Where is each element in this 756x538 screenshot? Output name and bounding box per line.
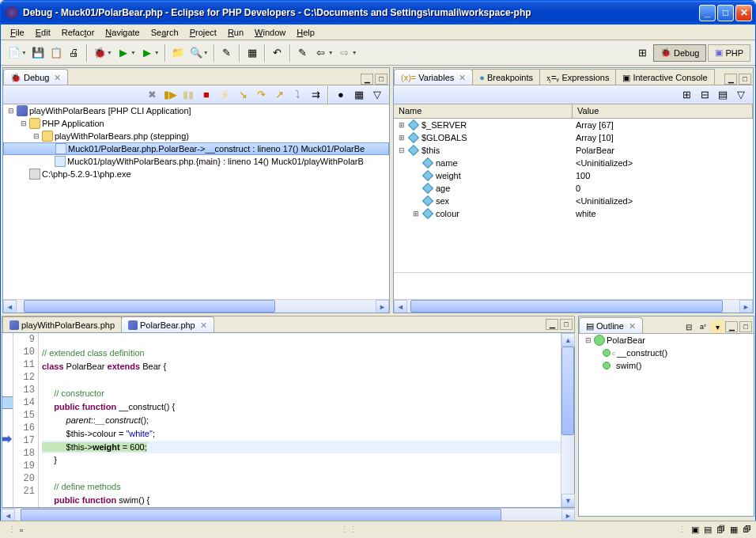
menu-window[interactable]: Window	[250, 26, 290, 39]
close-icon[interactable]: ✕	[459, 73, 466, 83]
close-icon[interactable]: ✕	[200, 320, 207, 331]
sort-button[interactable]: ⊟	[682, 320, 695, 333]
last-edit-button[interactable]: ✎	[294, 44, 312, 62]
minimize-editor-button[interactable]: ▁	[546, 319, 558, 330]
launch-node[interactable]: playWithPolarBears [PHP CLI Application]	[29, 106, 191, 116]
target-node[interactable]: PHP Application	[42, 119, 104, 128]
tab-breakpoints[interactable]: ●Breakpoints	[472, 69, 540, 85]
close-button[interactable]: ✕	[735, 5, 752, 21]
view-menu-button[interactable]: ▽	[369, 86, 386, 104]
twisty-icon[interactable]	[411, 172, 420, 180]
process-node[interactable]: C:\php-5.2.9-1\php.exe	[42, 169, 131, 179]
marker-column[interactable]	[2, 333, 13, 507]
twisty-icon[interactable]: ⊞	[411, 210, 420, 218]
mark-button[interactable]: ✎	[218, 44, 236, 62]
vars-hscroll[interactable]: ◄►	[394, 299, 753, 313]
menu-edit[interactable]: Edit	[31, 26, 55, 39]
back-button[interactable]: ⇦	[312, 44, 330, 62]
minimize-view-button[interactable]: ▁	[361, 74, 373, 85]
thread-node[interactable]: playWithPolarBears.php (stepping)	[55, 131, 189, 141]
stack-frame-1[interactable]: Muck01/playWithPolarBears.php.{main} : l…	[67, 157, 364, 166]
view-menu-button[interactable]: ▽	[732, 86, 750, 104]
var-row[interactable]: ⊞$_SERVERArray [67]	[394, 119, 753, 131]
var-row[interactable]: ⊟$thisPolarBear	[394, 144, 753, 157]
twisty-icon[interactable]: ⊞	[397, 121, 406, 129]
alpha-button[interactable]: aᶻ	[697, 320, 709, 333]
collapse-button[interactable]: ⊟	[696, 86, 713, 104]
prev-edit-button[interactable]: ↶	[269, 44, 286, 62]
save-button[interactable]: 💾	[29, 44, 47, 62]
search-button[interactable]: 🔍	[187, 44, 205, 62]
layout-button[interactable]: ▤	[714, 86, 731, 104]
step-into-button[interactable]: ↘	[234, 86, 251, 104]
status-icon-2[interactable]: ▤	[704, 525, 712, 535]
minimize-button[interactable]: _	[699, 5, 716, 21]
var-row[interactable]: name<Uninitialized>	[394, 157, 753, 169]
var-row[interactable]: sex<Uninitialized>	[394, 195, 753, 207]
editor-vscroll[interactable]: ▲▼	[561, 333, 574, 507]
debug-hscroll[interactable]: ◄►	[3, 299, 389, 313]
close-icon[interactable]: ✕	[629, 321, 636, 332]
twisty-icon[interactable]	[411, 159, 420, 167]
status-icon-5[interactable]: 🗊	[743, 525, 751, 535]
menu-search[interactable]: Search	[146, 26, 183, 39]
disconnect-button[interactable]: ⚡	[216, 86, 233, 104]
resume-button[interactable]: ▮▶	[161, 86, 179, 104]
toggle-breadcrumb-button[interactable]: ▦	[244, 44, 261, 62]
new-button[interactable]: 📄	[6, 44, 23, 62]
vars-tree[interactable]: ⊞$_SERVERArray [67]⊞$GLOBALSArray [10]⊟$…	[394, 119, 753, 272]
tab-expressions[interactable]: ᶍ=ᵧExpressions	[539, 69, 616, 85]
maximize-editor-button[interactable]: □	[560, 319, 573, 330]
tab-debug[interactable]: 🐞Debug✕	[3, 69, 68, 85]
tab-console[interactable]: ▣Interactive Console	[615, 69, 714, 85]
var-row[interactable]: ⊞colourwhite	[394, 207, 753, 220]
tab-variables[interactable]: (x)=Variables✕	[394, 69, 473, 85]
status-icon-1[interactable]: ▣	[691, 525, 699, 535]
var-row[interactable]: age0	[394, 182, 753, 195]
menu-navigate[interactable]: Navigate	[100, 26, 144, 39]
code-editor[interactable]: // extended class definition class Polar…	[39, 333, 561, 507]
minimize-view-button[interactable]: ▁	[724, 74, 737, 85]
filter-button[interactable]: ▾	[711, 320, 724, 333]
step-return-button[interactable]: ↗	[270, 86, 288, 104]
step-filters-button[interactable]: ⇉	[307, 86, 324, 104]
twisty-icon[interactable]	[411, 197, 420, 205]
show-type-button[interactable]: ⊞	[678, 86, 695, 104]
print-button[interactable]: 🖨	[66, 44, 83, 62]
twisty-icon[interactable]: ⊟	[397, 146, 406, 154]
maximize-view-button[interactable]: □	[739, 321, 752, 332]
breakpoint-icon-button[interactable]: ●	[332, 86, 350, 104]
col-value[interactable]: Value	[573, 104, 753, 118]
suspend-button[interactable]: ▮▮	[180, 86, 197, 104]
status-icon-3[interactable]: 🗐	[716, 525, 725, 535]
debug-button[interactable]: 🐞	[91, 44, 108, 62]
terminate-button[interactable]: ■	[198, 86, 215, 104]
close-icon[interactable]: ✕	[54, 73, 61, 83]
menu-project[interactable]: Project	[185, 26, 221, 39]
menu-run[interactable]: Run	[223, 26, 248, 39]
menu-help[interactable]: Help	[292, 26, 319, 39]
var-row[interactable]: weight100	[394, 169, 753, 182]
menu-file[interactable]: File	[6, 26, 29, 39]
maximize-button[interactable]: □	[717, 5, 734, 21]
run-button[interactable]: ▶	[115, 44, 132, 62]
maximize-view-button[interactable]: □	[375, 74, 387, 85]
perspective-php[interactable]: ▣PHP	[708, 44, 750, 62]
outline-tree[interactable]: ⊟PolarBear c__construct() swim()	[579, 334, 754, 516]
col-name[interactable]: Name	[394, 104, 573, 118]
stack-frame-0[interactable]: Muck01/PolarBear.php.PolarBear->__constr…	[68, 144, 365, 153]
editor-tab-0[interactable]: playWithPolarBears.php	[2, 316, 122, 332]
maximize-view-button[interactable]: □	[739, 74, 751, 85]
status-icon-4[interactable]: ▦	[730, 525, 738, 535]
var-row[interactable]: ⊞$GLOBALSArray [10]	[394, 131, 753, 144]
step-over-button[interactable]: ↷	[252, 86, 270, 104]
run-last-button[interactable]: ▶	[138, 44, 156, 62]
outline-class[interactable]: PolarBear	[607, 335, 645, 345]
debug-tree[interactable]: ⊟playWithPolarBears [PHP CLI Application…	[3, 104, 389, 299]
use-step-filters-button[interactable]: ▦	[350, 86, 368, 104]
open-perspective-button[interactable]: ⊞	[634, 44, 652, 62]
editor-hscroll[interactable]: ◄►	[2, 508, 575, 521]
twisty-icon[interactable]	[411, 184, 420, 192]
open-type-button[interactable]: 📁	[169, 44, 187, 62]
editor-tab-1[interactable]: PolarBear.php✕	[121, 316, 214, 332]
